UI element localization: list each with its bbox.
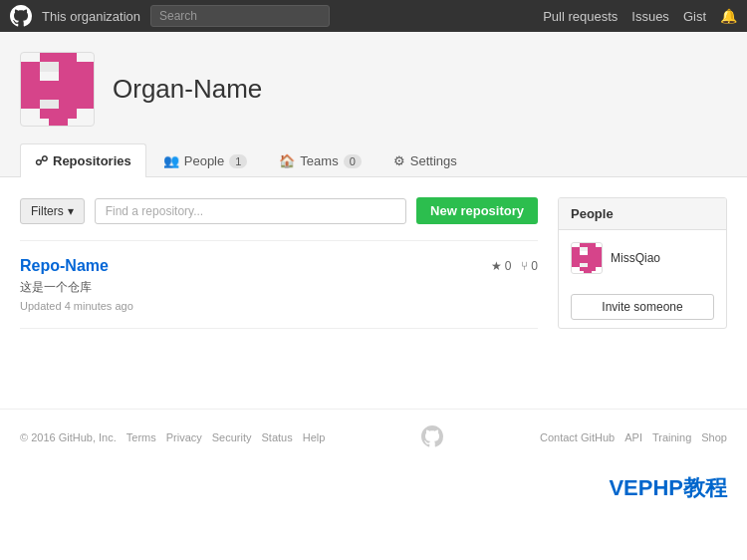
svg-rect-62	[580, 267, 596, 271]
svg-rect-32	[77, 91, 86, 100]
navbar: This organization Pull requests Issues G…	[0, 0, 747, 32]
svg-rect-30	[59, 91, 68, 100]
tab-people[interactable]: 👥 People 1	[148, 143, 263, 177]
fork-icon: ⑂	[521, 259, 528, 273]
svg-rect-49	[584, 243, 588, 247]
svg-rect-3	[68, 53, 77, 62]
invite-someone-button[interactable]: Invite someone	[571, 294, 714, 320]
svg-rect-44	[59, 109, 68, 118]
help-link[interactable]: Help	[303, 431, 326, 443]
svg-rect-33	[87, 91, 95, 100]
svg-rect-24	[77, 81, 86, 90]
svg-rect-5	[30, 62, 39, 71]
repo-stars: ★ 0	[491, 259, 512, 273]
svg-rect-11	[87, 62, 95, 71]
filter-label: Filters	[31, 204, 64, 218]
pull-requests-link[interactable]: Pull requests	[543, 9, 618, 24]
navbar-search-input[interactable]	[150, 5, 330, 27]
svg-rect-51	[592, 243, 596, 247]
svg-rect-15	[68, 72, 77, 81]
svg-rect-58	[572, 259, 603, 263]
svg-rect-52	[572, 247, 580, 251]
svg-rect-22	[59, 81, 68, 90]
terms-link[interactable]: Terms	[126, 431, 156, 443]
footer-left: © 2016 GitHub, Inc. Terms Privacy Securi…	[20, 431, 325, 443]
star-icon: ★	[491, 259, 502, 273]
filter-button[interactable]: Filters ▾	[20, 198, 85, 224]
svg-rect-61	[588, 263, 603, 267]
svg-rect-46	[49, 119, 58, 127]
repo-updated: Updated 4 minutes ago	[20, 300, 538, 312]
svg-rect-60	[580, 263, 588, 267]
svg-rect-35	[30, 100, 39, 109]
left-panel: Filters ▾ New repository Repo-Name ★ 0	[20, 197, 538, 329]
star-count: 0	[505, 259, 512, 273]
svg-rect-10	[77, 62, 86, 71]
svg-rect-31	[68, 91, 77, 100]
main-content: Filters ▾ New repository Repo-Name ★ 0	[0, 177, 747, 349]
repo-icon: ☍	[35, 153, 48, 168]
api-link[interactable]: API	[624, 431, 642, 443]
repo-name-link[interactable]: Repo-Name	[20, 257, 109, 275]
table-row: Repo-Name ★ 0 ⑂ 0 这是一个仓库 Updated 4 minut…	[20, 241, 538, 329]
svg-rect-27	[30, 91, 39, 100]
svg-rect-23	[68, 81, 77, 90]
tab-repositories[interactable]: ☍ Repositories	[20, 143, 146, 177]
security-link[interactable]: Security	[212, 431, 252, 443]
new-repository-button[interactable]: New repository	[416, 197, 538, 224]
watermark: VEPHP教程	[0, 465, 747, 517]
people-list: MissQiao	[559, 230, 726, 286]
svg-rect-45	[68, 109, 77, 118]
issues-link[interactable]: Issues	[631, 9, 669, 24]
svg-rect-0	[40, 53, 49, 62]
svg-rect-20	[40, 81, 49, 90]
contact-github-link[interactable]: Contact GitHub	[540, 431, 615, 443]
org-header: Organ-Name ☍ Repositories 👥 People 1 🏠 T…	[0, 32, 747, 177]
svg-rect-12	[21, 72, 30, 81]
privacy-link[interactable]: Privacy	[166, 431, 202, 443]
repo-list: Repo-Name ★ 0 ⑂ 0 这是一个仓库 Updated 4 minut…	[20, 240, 538, 329]
people-header: People	[559, 198, 726, 230]
training-link[interactable]: Training	[652, 431, 691, 443]
shop-link[interactable]: Shop	[701, 431, 727, 443]
list-item: MissQiao	[571, 238, 714, 278]
right-panel: People	[558, 197, 727, 329]
svg-rect-29	[49, 91, 58, 100]
tab-settings[interactable]: ⚙ Settings	[378, 143, 472, 177]
repo-description: 这是一个仓库	[20, 279, 538, 296]
svg-rect-55	[572, 251, 580, 255]
svg-rect-42	[40, 109, 49, 118]
repo-forks: ⑂ 0	[521, 259, 538, 273]
tab-settings-label: Settings	[410, 153, 457, 168]
svg-rect-38	[59, 100, 68, 109]
tab-people-label: People	[184, 153, 224, 168]
svg-rect-17	[87, 72, 95, 81]
repo-search-input[interactable]	[95, 198, 406, 224]
org-tabs: ☍ Repositories 👥 People 1 🏠 Teams 0 ⚙ Se…	[20, 142, 727, 176]
people-badge: 1	[229, 154, 247, 168]
status-link[interactable]: Status	[262, 431, 293, 443]
svg-rect-54	[588, 247, 603, 251]
svg-rect-43	[49, 109, 58, 118]
org-avatar	[20, 52, 95, 127]
navbar-links: Pull requests Issues Gist 🔔	[543, 8, 737, 24]
svg-rect-25	[87, 81, 95, 90]
tab-teams[interactable]: 🏠 Teams 0	[264, 143, 375, 177]
tab-teams-label: Teams	[300, 153, 338, 168]
footer-right: Contact GitHub API Training Shop	[540, 431, 727, 443]
fork-count: 0	[531, 259, 538, 273]
people-section: People	[558, 197, 727, 329]
svg-rect-63	[584, 271, 592, 274]
svg-rect-9	[68, 62, 77, 71]
svg-rect-26	[21, 91, 30, 100]
svg-rect-28	[40, 91, 49, 100]
org-link[interactable]: This organization	[42, 9, 140, 24]
svg-rect-53	[580, 247, 588, 251]
teams-icon: 🏠	[279, 153, 295, 168]
person-name: MissQiao	[611, 251, 660, 265]
notifications-bell[interactable]: 🔔	[720, 8, 737, 24]
people-icon: 👥	[163, 153, 179, 168]
gist-link[interactable]: Gist	[683, 9, 706, 24]
svg-rect-40	[77, 100, 86, 109]
repo-meta-row: Repo-Name ★ 0 ⑂ 0	[20, 257, 538, 275]
